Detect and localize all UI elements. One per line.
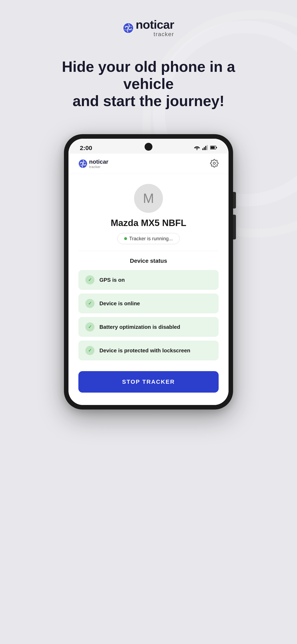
app-brand: noticar xyxy=(89,158,108,165)
svg-point-2 xyxy=(197,149,198,150)
app-header: noticar tracker xyxy=(68,154,229,174)
battery-icon xyxy=(210,146,217,150)
svg-point-12 xyxy=(213,162,216,164)
svg-rect-8 xyxy=(211,146,215,149)
logo-text-block: noticar tracker xyxy=(136,18,174,38)
status-icons xyxy=(194,145,217,151)
status-item-lockscreen: ✓ Device is protected with lockscreen xyxy=(78,340,219,360)
status-items: ✓ GPS is on ✓ Device is online xyxy=(78,270,219,360)
app-content: M Mazda MX5 NBFL Tracker is running... D… xyxy=(68,174,229,405)
status-dot xyxy=(124,237,127,240)
logo-brand: noticar xyxy=(136,18,174,30)
avatar-letter: M xyxy=(143,191,154,206)
avatar-section: M Mazda MX5 NBFL Tracker is running... xyxy=(78,184,219,244)
check-circle-lockscreen: ✓ xyxy=(85,346,94,355)
phone-mockup: 2:00 xyxy=(64,134,233,410)
app-sub: tracker xyxy=(89,165,108,169)
svg-rect-9 xyxy=(216,147,217,148)
tracker-status-text: Tracker is running... xyxy=(129,236,173,242)
app-globe-icon xyxy=(78,159,87,168)
status-item-battery: ✓ Battery optimization is disabled xyxy=(78,317,219,337)
svg-rect-5 xyxy=(205,146,206,150)
svg-rect-4 xyxy=(204,147,205,150)
status-text-gps: GPS is on xyxy=(99,277,125,283)
globe-icon xyxy=(123,23,134,34)
wifi-icon xyxy=(194,145,200,151)
check-icon-gps: ✓ xyxy=(88,277,92,282)
status-text-battery: Battery optimization is disabled xyxy=(99,324,180,330)
status-text-lockscreen: Device is protected with lockscreen xyxy=(99,348,190,354)
logo-sub: tracker xyxy=(154,31,174,38)
check-icon-online: ✓ xyxy=(88,301,92,306)
check-icon-battery: ✓ xyxy=(88,324,92,330)
top-logo: noticar tracker xyxy=(123,18,174,38)
avatar: M xyxy=(134,184,163,213)
status-text-online: Device is online xyxy=(99,300,140,307)
status-bar: 2:00 xyxy=(68,139,229,154)
tracker-status-badge: Tracker is running... xyxy=(117,233,179,244)
svg-rect-6 xyxy=(207,145,208,150)
device-status-section: Device status ✓ GPS is on ✓ xyxy=(78,258,219,360)
phone-frame: 2:00 xyxy=(64,134,233,410)
car-name: Mazda MX5 NBFL xyxy=(111,218,186,228)
svg-rect-3 xyxy=(202,148,203,150)
check-icon-lockscreen: ✓ xyxy=(88,348,92,353)
camera-notch xyxy=(145,143,152,151)
section-title: Device status xyxy=(78,258,219,264)
phone-screen: 2:00 xyxy=(68,139,229,405)
headline: Hide your old phone in a vehicle and sta… xyxy=(35,58,262,110)
signal-icon xyxy=(202,145,208,151)
check-circle-battery: ✓ xyxy=(85,322,94,332)
check-circle-gps: ✓ xyxy=(85,275,94,284)
settings-icon[interactable] xyxy=(210,159,219,168)
stop-tracker-button[interactable]: STOP TRACKER xyxy=(78,371,219,392)
divider xyxy=(78,251,219,251)
status-item-gps: ✓ GPS is on xyxy=(78,270,219,290)
status-item-online: ✓ Device is online xyxy=(78,294,219,313)
check-circle-online: ✓ xyxy=(85,299,94,308)
status-time: 2:00 xyxy=(80,144,92,152)
app-logo-small: noticar tracker xyxy=(78,158,108,169)
